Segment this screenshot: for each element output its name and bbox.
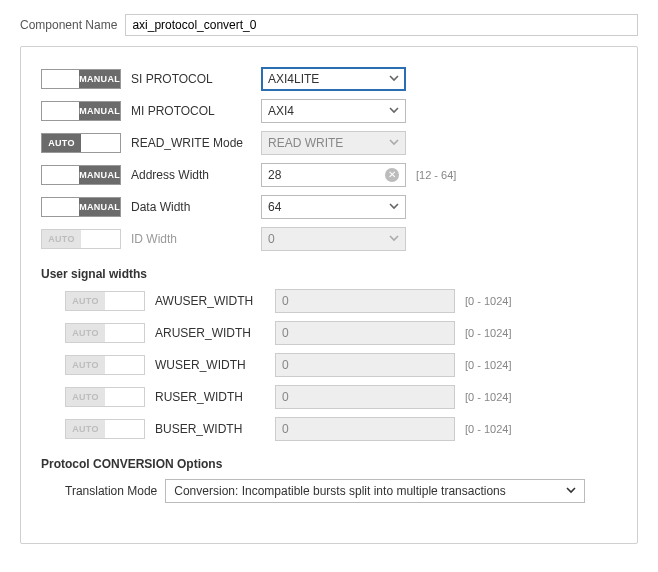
aruser_width-input: 0 — [275, 321, 455, 345]
wuser_width-hint: [0 - 1024] — [465, 359, 511, 371]
section-protocol-conversion: Protocol CONVERSION Options — [41, 457, 617, 471]
chevron-down-icon — [389, 104, 399, 118]
awuser_width-input: 0 — [275, 289, 455, 313]
toggle-label: AUTO — [66, 356, 105, 374]
translation-mode-select[interactable]: Conversion: Incompatible bursts split in… — [165, 479, 585, 503]
address-width-hint: [12 - 64] — [416, 169, 456, 181]
label-ruser_width: RUSER_WIDTH — [155, 390, 265, 404]
clear-icon[interactable]: ✕ — [385, 168, 399, 182]
aruser_width-hint: [0 - 1024] — [465, 327, 511, 339]
chevron-down-icon — [389, 72, 399, 86]
wuser_width-input: 0 — [275, 353, 455, 377]
chevron-down-icon — [566, 484, 576, 498]
label-mi-protocol: MI PROTOCOL — [131, 104, 251, 118]
address-width-value: 28 — [268, 168, 381, 182]
id-width-value: 0 — [268, 232, 389, 246]
label-buser_width: BUSER_WIDTH — [155, 422, 265, 436]
chevron-down-icon — [389, 232, 399, 246]
toggle-wuser_width: AUTO — [65, 355, 145, 375]
translation-mode-value: Conversion: Incompatible bursts split in… — [174, 484, 566, 498]
awuser_width-value: 0 — [282, 294, 448, 308]
toggle-label: MANUAL — [79, 70, 120, 88]
label-id-width: ID Width — [131, 232, 251, 246]
component-name-label: Component Name — [20, 18, 117, 32]
toggle-mi-protocol[interactable]: MANUAL — [41, 101, 121, 121]
toggle-awuser_width: AUTO — [65, 291, 145, 311]
address-width-input[interactable]: 28 ✕ — [261, 163, 406, 187]
toggle-ruser_width: AUTO — [65, 387, 145, 407]
si-protocol-value: AXI4LITE — [268, 72, 389, 86]
aruser_width-value: 0 — [282, 326, 448, 340]
toggle-label: AUTO — [66, 388, 105, 406]
toggle-buser_width: AUTO — [65, 419, 145, 439]
label-rw-mode: READ_WRITE Mode — [131, 136, 251, 150]
toggle-rw-mode[interactable]: AUTO — [41, 133, 121, 153]
mi-protocol-value: AXI4 — [268, 104, 389, 118]
toggle-label: MANUAL — [79, 102, 120, 120]
label-data-width: Data Width — [131, 200, 251, 214]
label-aruser_width: ARUSER_WIDTH — [155, 326, 265, 340]
awuser_width-hint: [0 - 1024] — [465, 295, 511, 307]
label-si-protocol: SI PROTOCOL — [131, 72, 251, 86]
toggle-si-protocol[interactable]: MANUAL — [41, 69, 121, 89]
wuser_width-value: 0 — [282, 358, 448, 372]
mi-protocol-select[interactable]: AXI4 — [261, 99, 406, 123]
si-protocol-select[interactable]: AXI4LITE — [261, 67, 406, 91]
label-address-width: Address Width — [131, 168, 251, 182]
ruser_width-value: 0 — [282, 390, 448, 404]
toggle-id-width: AUTO — [41, 229, 121, 249]
buser_width-input: 0 — [275, 417, 455, 441]
toggle-aruser_width: AUTO — [65, 323, 145, 343]
buser_width-value: 0 — [282, 422, 448, 436]
toggle-label: AUTO — [42, 230, 81, 248]
toggle-data-width[interactable]: MANUAL — [41, 197, 121, 217]
chevron-down-icon — [389, 200, 399, 214]
label-awuser_width: AWUSER_WIDTH — [155, 294, 265, 308]
section-user-signal-widths: User signal widths — [41, 267, 617, 281]
toggle-address-width[interactable]: MANUAL — [41, 165, 121, 185]
rw-mode-value: READ WRITE — [268, 136, 389, 150]
id-width-select: 0 — [261, 227, 406, 251]
toggle-label: MANUAL — [79, 198, 120, 216]
label-wuser_width: WUSER_WIDTH — [155, 358, 265, 372]
data-width-value: 64 — [268, 200, 389, 214]
toggle-label: MANUAL — [79, 166, 120, 184]
toggle-label: AUTO — [42, 134, 81, 152]
toggle-label: AUTO — [66, 324, 105, 342]
buser_width-hint: [0 - 1024] — [465, 423, 511, 435]
component-name-input[interactable] — [125, 14, 638, 36]
label-translation-mode: Translation Mode — [65, 484, 157, 498]
toggle-label: AUTO — [66, 420, 105, 438]
ruser_width-hint: [0 - 1024] — [465, 391, 511, 403]
config-panel: MANUAL SI PROTOCOL AXI4LITE MANUAL MI PR… — [20, 46, 638, 544]
data-width-select[interactable]: 64 — [261, 195, 406, 219]
rw-mode-select: READ WRITE — [261, 131, 406, 155]
toggle-label: AUTO — [66, 292, 105, 310]
chevron-down-icon — [389, 136, 399, 150]
ruser_width-input: 0 — [275, 385, 455, 409]
